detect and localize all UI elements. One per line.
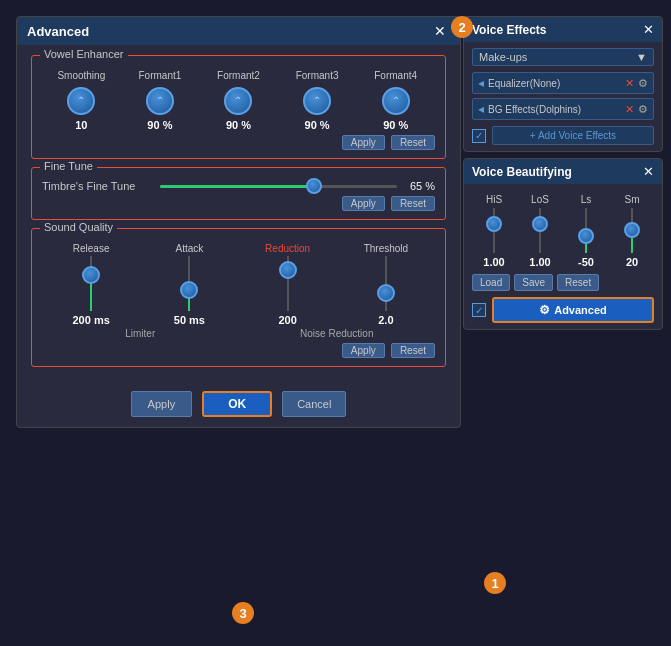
noise-reduction-sublabel: Noise Reduction [239, 328, 436, 339]
sound-quality-section: Sound Quality Release 200 ms Attack [31, 228, 446, 367]
footer-ok-btn[interactable]: OK [202, 391, 272, 417]
advanced-titlebar: Advanced ✕ [17, 17, 460, 45]
sq-col-reduction: Reduction 200 [239, 243, 337, 326]
effect-row-0: ◂ Equalizer(None) ✕ ⚙ [472, 72, 654, 94]
effect-remove-btn-0[interactable]: ✕ [625, 77, 634, 90]
sm-label: Sm [625, 194, 640, 205]
sound-quality-label: Sound Quality [40, 221, 117, 233]
ft-reset-btn[interactable]: Reset [391, 196, 435, 211]
attack-thumb[interactable] [180, 281, 198, 299]
effect-gear-icon-0[interactable]: ⚙ [638, 77, 648, 90]
voice-effects-box: Voice Effects ✕ Make-ups ▼ ◂ Equalizer(N… [463, 16, 663, 152]
vb-col-los: LoS 1.00 [518, 194, 562, 268]
sq-knobs-row: Release 200 ms Attack 50 ms [42, 235, 435, 326]
ve-apply-btn[interactable]: Apply [342, 135, 385, 150]
badge-2: 2 [451, 16, 473, 38]
his-value: 1.00 [483, 256, 504, 268]
formant4-knob[interactable] [382, 87, 410, 115]
ls-thumb[interactable] [578, 228, 594, 244]
fine-tune-label: Fine Tune [40, 160, 97, 172]
fine-tune-thumb[interactable] [306, 178, 322, 194]
advanced-close-btn[interactable]: ✕ [430, 23, 450, 39]
vb-title: Voice Beautifying [472, 165, 572, 179]
sm-track [631, 208, 633, 253]
his-thumb[interactable] [486, 216, 502, 232]
ls-track [585, 208, 587, 253]
his-track [493, 208, 495, 253]
badge-3: 3 [232, 602, 254, 624]
ve-dropdown[interactable]: Make-ups ▼ [472, 48, 654, 66]
formant2-knob[interactable] [224, 87, 252, 115]
formant3-value: 90 % [305, 119, 330, 131]
vb-reset-btn[interactable]: Reset [557, 274, 599, 291]
add-ve-btn[interactable]: + Add Voice Effects [492, 126, 654, 145]
vb-titlebar: Voice Beautifying ✕ [464, 159, 662, 184]
ls-label: Ls [581, 194, 592, 205]
timbre-label: Timbre's Fine Tune [42, 180, 152, 192]
reduction-track [287, 256, 289, 311]
ve-titlebar: Voice Effects ✕ [464, 17, 662, 42]
effect-remove-btn-1[interactable]: ✕ [625, 103, 634, 116]
formant3-label: Formant3 [296, 70, 339, 81]
smoothing-value: 10 [75, 119, 87, 131]
smoothing-label: Smoothing [57, 70, 105, 81]
vb-btns: Load Save Reset [472, 274, 599, 291]
release-thumb[interactable] [82, 266, 100, 284]
sm-thumb[interactable] [624, 222, 640, 238]
knob-col-smoothing: Smoothing 10 [42, 70, 121, 131]
knob-col-formant2: Formant2 90 % [199, 70, 278, 131]
vb-knob-row: HiS 1.00 LoS 1.00 Ls [472, 190, 654, 268]
vb-footer: Load Save Reset [472, 274, 654, 291]
formant1-knob[interactable] [146, 87, 174, 115]
footer-apply-btn[interactable]: Apply [131, 391, 193, 417]
attack-track [188, 256, 190, 311]
ve-close-btn[interactable]: ✕ [643, 22, 654, 37]
formant1-value: 90 % [147, 119, 172, 131]
formant2-value: 90 % [226, 119, 251, 131]
smoothing-knob[interactable] [67, 87, 95, 115]
ft-apply-reset-row: Apply Reset [42, 196, 435, 211]
vb-checkbox[interactable] [472, 303, 486, 317]
knob-col-formant4: Formant4 90 % [356, 70, 435, 131]
fine-tune-slider[interactable] [160, 185, 397, 188]
effect-gear-icon-1[interactable]: ⚙ [638, 103, 648, 116]
sq-apply-btn[interactable]: Apply [342, 343, 385, 358]
ls-value: -50 [578, 256, 594, 268]
effect-row-1: ◂ BG Effects(Dolphins) ✕ ⚙ [472, 98, 654, 120]
vb-load-btn[interactable]: Load [472, 274, 510, 291]
release-track [90, 256, 92, 311]
advanced-body: Vowel Enhancer Smoothing 10 Formant1 90 … [17, 45, 460, 383]
sq-col-threshold: Threshold 2.0 [337, 243, 435, 326]
fine-tune-fill [160, 185, 314, 188]
formant3-knob[interactable] [303, 87, 331, 115]
vowel-knobs-row: Smoothing 10 Formant1 90 % Formant2 90 % [42, 62, 435, 131]
sq-col-release: Release 200 ms [42, 243, 140, 326]
sq-reset-btn[interactable]: Reset [391, 343, 435, 358]
los-track [539, 208, 541, 253]
sliders-icon: ⚙ [539, 303, 550, 317]
effect-arrow-icon-1: ◂ [478, 102, 484, 116]
add-ve-row: + Add Voice Effects [472, 126, 654, 145]
effect-name-0: Equalizer(None) [488, 78, 625, 89]
los-thumb[interactable] [532, 216, 548, 232]
vb-col-ls: Ls -50 [564, 194, 608, 268]
sq-apply-reset-row: Apply Reset [42, 343, 435, 358]
ve-dropdown-label: Make-ups [479, 51, 527, 63]
vb-body: HiS 1.00 LoS 1.00 Ls [464, 184, 662, 329]
threshold-thumb[interactable] [377, 284, 395, 302]
dropdown-arrow-icon: ▼ [636, 51, 647, 63]
ve-checkbox[interactable] [472, 129, 486, 143]
vb-save-btn[interactable]: Save [514, 274, 553, 291]
los-label: LoS [531, 194, 549, 205]
effect-arrow-icon-0: ◂ [478, 76, 484, 90]
reduction-thumb[interactable] [279, 261, 297, 279]
vb-col-sm: Sm 20 [610, 194, 654, 268]
ft-apply-btn[interactable]: Apply [342, 196, 385, 211]
footer-cancel-btn[interactable]: Cancel [282, 391, 346, 417]
advanced-btn[interactable]: ⚙ Advanced [492, 297, 654, 323]
vb-bottom-row: ⚙ Advanced [472, 297, 654, 323]
vb-close-btn[interactable]: ✕ [643, 164, 654, 179]
formant4-value: 90 % [383, 119, 408, 131]
ve-reset-btn[interactable]: Reset [391, 135, 435, 150]
knob-col-formant3: Formant3 90 % [278, 70, 357, 131]
